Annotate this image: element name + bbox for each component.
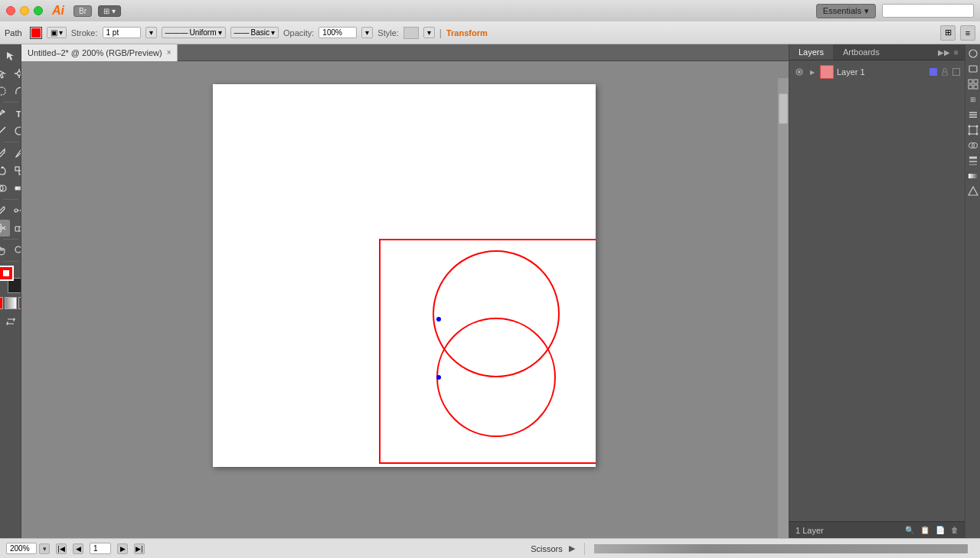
right-align-icon[interactable] (967, 109, 979, 121)
layer-row[interactable]: ▶ Layer 1 (791, 62, 963, 82)
divider-1 (3, 102, 18, 103)
layers-copy-btn[interactable]: 📄 (936, 526, 945, 534)
layers-tab[interactable]: Layers (789, 44, 834, 60)
hand-tool[interactable] (0, 242, 10, 259)
nav-first[interactable]: |◀ (56, 543, 67, 554)
layer-expand[interactable]: ▶ (808, 67, 817, 77)
opacity-label: Opacity: (283, 28, 314, 38)
transform-button[interactable]: Transform (446, 28, 488, 38)
stroke-profile-dropdown[interactable]: —— Basic ▾ (230, 27, 279, 38)
canvas-background[interactable] (21, 61, 789, 538)
magic-wand-tool[interactable] (11, 65, 21, 82)
stroke-style-dropdown[interactable]: ▣ ▾ (47, 27, 67, 38)
tool-pair-8 (0, 202, 21, 219)
nav-next[interactable]: ▶ (117, 543, 128, 554)
blend-tool[interactable] (11, 202, 21, 219)
color-mode-color[interactable] (0, 297, 3, 309)
color-mode-gradient[interactable] (5, 297, 17, 309)
right-appearance-icon[interactable] (967, 185, 979, 197)
right-icon-panel: ⊞ (965, 44, 980, 538)
line-tool[interactable] (0, 122, 10, 139)
layer-target[interactable] (952, 68, 960, 76)
right-transform-icon[interactable] (967, 124, 979, 136)
vertical-scrollbar[interactable] (778, 78, 789, 538)
layer-color (929, 68, 937, 76)
stroke-style-value: ▣ (51, 28, 57, 37)
svg-text:T: T (16, 109, 21, 119)
gradient-tool[interactable] (11, 180, 21, 197)
right-gradient-icon[interactable] (967, 170, 979, 182)
eyedropper-tool[interactable] (0, 202, 10, 219)
stroke-type-dropdown[interactable]: ——— Uniform ▾ (162, 27, 226, 38)
search-input[interactable] (882, 4, 974, 18)
eraser-tool[interactable] (11, 220, 21, 237)
layers-search-btn[interactable]: 🔍 (905, 526, 914, 534)
selection-tool[interactable] (2, 47, 19, 64)
type-tool[interactable]: T (11, 105, 21, 122)
right-brush-icon[interactable] (967, 63, 979, 75)
stroke-type-label: Uniform (190, 28, 217, 37)
zoom-tool[interactable] (11, 242, 21, 259)
zoom-dropdown[interactable]: ▾ (39, 543, 50, 554)
maximize-button[interactable] (34, 6, 43, 15)
scrollbar-thumb[interactable] (779, 93, 788, 124)
direct-selection-tool[interactable] (0, 65, 10, 82)
scale-tool[interactable] (11, 162, 21, 179)
right-pathfinder-icon[interactable] (967, 139, 979, 152)
nav-prev[interactable]: ◀ (73, 543, 83, 554)
layers-add-btn[interactable]: 📋 (920, 526, 929, 534)
tool-pair-5 (0, 145, 21, 162)
stroke-color-inner (31, 28, 41, 38)
pencil-tool[interactable] (11, 145, 21, 162)
stroke-weight-input[interactable] (103, 27, 141, 38)
zoom-input[interactable] (6, 543, 37, 554)
minimize-button[interactable] (20, 6, 29, 15)
stroke-color-swatch[interactable] (30, 27, 42, 39)
right-stroke-icon[interactable] (967, 155, 979, 167)
close-button[interactable] (6, 6, 15, 15)
layers-menu-icon[interactable]: ≡ (951, 47, 962, 57)
stroke-weight-dropdown[interactable]: ▾ (145, 27, 157, 38)
lasso-tool[interactable] (0, 83, 10, 100)
options-end-icon[interactable]: ≡ (960, 25, 975, 41)
paintbrush-tool[interactable] (0, 145, 10, 162)
layers-delete-btn[interactable]: 🗑 (951, 526, 959, 534)
nav-last[interactable]: ▶| (134, 543, 145, 554)
bridge-button[interactable]: Br (74, 5, 92, 17)
right-color-icon[interactable] (967, 47, 979, 60)
workspace-button[interactable]: ⊞ ▾ (98, 5, 121, 17)
svg-marker-0 (7, 52, 14, 60)
ellipse-tool[interactable] (11, 122, 21, 139)
opacity-input[interactable] (318, 27, 357, 38)
status-play[interactable]: ▶ (569, 543, 575, 553)
tab-close-button[interactable]: × (167, 48, 172, 57)
page-input[interactable] (90, 543, 111, 554)
layers-expand-icon[interactable]: ▶▶ (939, 47, 949, 57)
canvas-area: Untitled–2* @ 200% (RGB/Preview) × (21, 44, 789, 538)
right-link-icon[interactable]: ⊞ (967, 93, 979, 106)
shapebuilder-tool[interactable] (0, 180, 10, 197)
stroke-profile-line: —— (234, 28, 250, 37)
color-swatches (0, 266, 21, 293)
essentials-button[interactable]: Essentials ▾ (816, 4, 876, 18)
svg-point-26 (15, 246, 21, 253)
opacity-dropdown[interactable]: ▾ (361, 27, 373, 38)
rotate-tool[interactable] (0, 162, 10, 179)
scissors-tool[interactable] (0, 220, 10, 237)
document-tab[interactable]: Untitled–2* @ 200% (RGB/Preview) × (21, 44, 178, 61)
pen-tool[interactable] (0, 105, 10, 122)
layer-lock[interactable] (940, 67, 949, 77)
layer-visibility[interactable] (794, 67, 805, 77)
lasso-tool-2[interactable] (11, 83, 21, 100)
essentials-label: Essentials (823, 6, 861, 15)
divider-5 (3, 261, 18, 262)
foreground-color[interactable] (0, 266, 14, 281)
style-swatch[interactable] (403, 27, 419, 39)
style-dropdown[interactable]: ▾ (423, 27, 435, 38)
essentials-arrow: ▾ (864, 6, 869, 16)
layers-count: 1 Layer (795, 526, 824, 535)
artboards-tab[interactable]: Artboards (834, 44, 890, 60)
align-icon[interactable]: ⊞ (940, 25, 956, 41)
swap-colors[interactable] (2, 313, 19, 330)
right-grid-icon[interactable] (967, 78, 979, 90)
